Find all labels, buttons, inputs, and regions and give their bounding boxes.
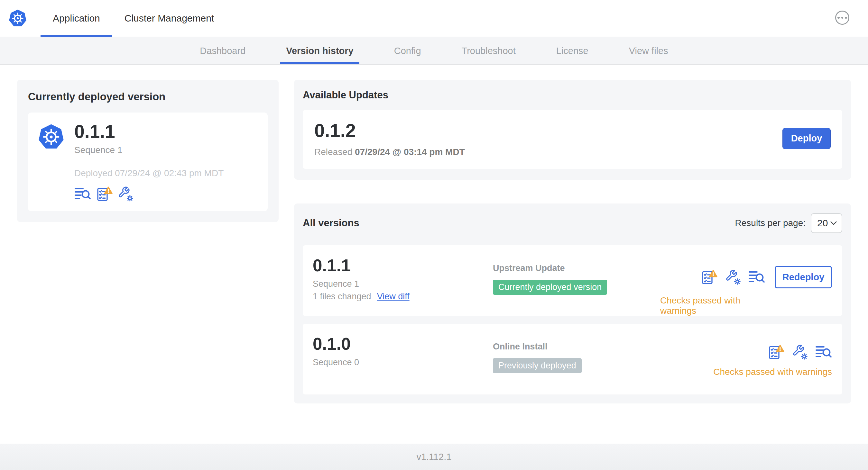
results-per-page-label: Results per page: — [735, 218, 806, 228]
version-row: 0.1.0 Sequence 0 Online Install Previous… — [303, 324, 842, 395]
deployment-status-badge: Previously deployed — [493, 358, 582, 373]
released-date: 07/29/24 @ 03:14 pm MDT — [355, 147, 465, 157]
currently-deployed-panel: Currently deployed version 0.1.1 Sequenc… — [17, 80, 279, 222]
view-diff-link[interactable]: View diff — [377, 292, 409, 302]
current-version-info: 0.1.1 Sequence 1 Deployed 07/29/24 @ 02:… — [74, 122, 224, 202]
available-update-released: Released 07/29/24 @ 03:14 pm MDT — [314, 147, 465, 157]
version-sequence: Sequence 0 — [313, 358, 493, 367]
current-version-sequence: Sequence 1 — [74, 145, 224, 155]
ellipsis-icon — [837, 17, 840, 19]
ellipsis-icon — [841, 17, 843, 19]
release-notes-icon[interactable] — [748, 269, 765, 285]
all-versions-panel: All versions Results per page: 20 0.1.1 … — [294, 203, 851, 403]
app-footer: v1.112.1 — [0, 444, 868, 470]
version-number: 0.1.1 — [313, 257, 493, 274]
nav-tab-view-files[interactable]: View files — [623, 37, 674, 64]
edit-config-icon[interactable] — [792, 344, 808, 360]
version-sequence: Sequence 1 — [313, 279, 493, 289]
app-nav: Dashboard Version history Config Trouble… — [0, 37, 868, 65]
version-source: Upstream Update Currently deployed versi… — [493, 257, 660, 316]
deployment-status-badge: Currently deployed version — [493, 280, 607, 295]
version-action-icons — [768, 344, 832, 360]
available-update-row: 0.1.2 Released 07/29/24 @ 03:14 pm MDT D… — [303, 110, 842, 169]
nav-tab-troubleshoot[interactable]: Troubleshoot — [456, 37, 522, 64]
available-updates-panel: Available Updates 0.1.2 Released 07/29/2… — [294, 80, 851, 180]
checks-status-text[interactable]: Checks passed with warnings — [660, 296, 768, 316]
console-version-text: v1.112.1 — [416, 452, 452, 462]
preflight-checks-warning-icon[interactable] — [701, 269, 717, 285]
version-actions: Redeploy Checks passed with warnings — [660, 257, 836, 316]
released-prefix: Released — [314, 147, 352, 157]
all-versions-title: All versions — [303, 217, 359, 229]
version-source: Online Install Previously deployed — [493, 335, 660, 395]
release-notes-icon[interactable] — [815, 344, 832, 360]
preflight-checks-warning-icon[interactable] — [96, 186, 113, 202]
nav-tab-dashboard[interactable]: Dashboard — [194, 37, 251, 64]
version-info: 0.1.0 Sequence 0 — [313, 335, 493, 395]
edit-config-icon[interactable] — [725, 269, 741, 285]
version-info: 0.1.1 Sequence 1 1 files changed View di… — [313, 257, 493, 316]
results-per-page: Results per page: 20 — [735, 213, 842, 233]
currently-deployed-title: Currently deployed version — [28, 91, 268, 103]
version-action-icons: Redeploy — [701, 266, 832, 289]
checks-status-text[interactable]: Checks passed with warnings — [713, 367, 832, 377]
version-number: 0.1.0 — [313, 335, 493, 352]
version-source-label: Online Install — [493, 342, 660, 352]
files-changed-text: 1 files changed — [313, 292, 371, 302]
available-updates-title: Available Updates — [303, 89, 842, 101]
app-screen: Application Cluster Management Dashboard… — [0, 0, 868, 470]
all-versions-header: All versions Results per page: 20 — [303, 213, 842, 233]
current-version-card: 0.1.1 Sequence 1 Deployed 07/29/24 @ 02:… — [28, 112, 268, 211]
redeploy-button[interactable]: Redeploy — [775, 266, 832, 289]
top-header: Application Cluster Management — [0, 0, 868, 37]
available-update-version: 0.1.2 — [314, 120, 465, 141]
version-files-changed: 1 files changed View diff — [313, 292, 493, 302]
chevron-down-icon — [830, 221, 837, 225]
header-tab-cluster-management[interactable]: Cluster Management — [112, 0, 226, 37]
ellipsis-icon — [845, 17, 847, 19]
preflight-checks-warning-icon[interactable] — [768, 344, 784, 360]
release-notes-icon[interactable] — [74, 186, 91, 202]
more-options-button[interactable] — [835, 11, 849, 25]
version-actions: Checks passed with warnings — [713, 335, 836, 395]
current-version-deployed-timestamp: Deployed 07/29/24 @ 02:43 pm MDT — [74, 168, 224, 178]
available-update-info: 0.1.2 Released 07/29/24 @ 03:14 pm MDT — [314, 120, 465, 157]
right-column: Available Updates 0.1.2 Released 07/29/2… — [294, 80, 851, 403]
version-source-label: Upstream Update — [493, 263, 660, 273]
kubernetes-app-icon — [38, 124, 65, 150]
version-row: 0.1.1 Sequence 1 1 files changed View di… — [303, 245, 842, 316]
kubernetes-logo-icon — [8, 9, 27, 28]
main-content: Currently deployed version 0.1.1 Sequenc… — [0, 65, 868, 403]
nav-tab-config[interactable]: Config — [388, 37, 427, 64]
results-per-page-select[interactable]: 20 — [811, 213, 842, 233]
header-tab-application[interactable]: Application — [40, 0, 112, 37]
header-tabs: Application Cluster Management — [40, 0, 226, 37]
current-version-actions — [74, 186, 224, 202]
results-per-page-value: 20 — [817, 217, 828, 229]
deploy-button[interactable]: Deploy — [782, 128, 831, 149]
nav-tab-version-history[interactable]: Version history — [280, 37, 359, 64]
nav-tab-license[interactable]: License — [551, 37, 594, 64]
current-version-number: 0.1.1 — [74, 122, 224, 142]
edit-config-icon[interactable] — [118, 186, 133, 202]
